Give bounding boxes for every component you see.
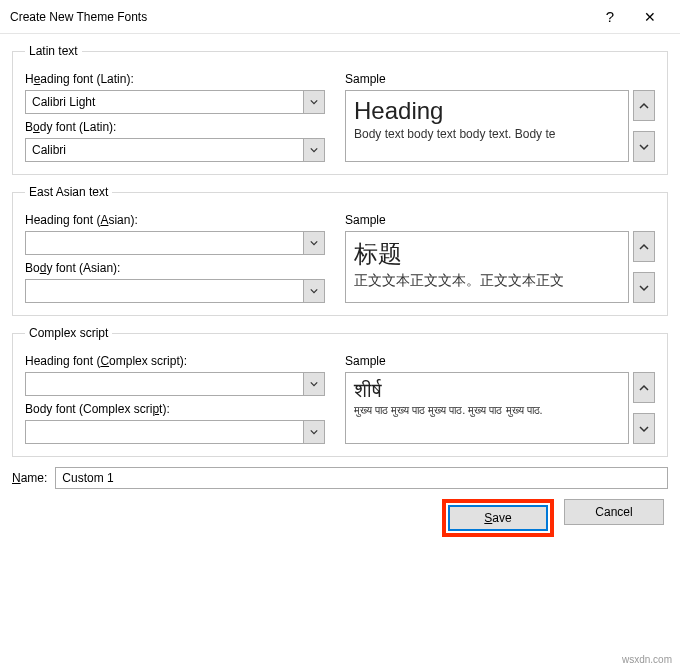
group-latin-legend: Latin text [25,44,82,58]
spin-up-button[interactable] [633,90,655,121]
group-latin: Latin text Heading font (Latin): Body fo… [12,44,668,175]
chevron-down-icon[interactable] [303,231,325,255]
help-button[interactable]: ? [590,8,630,25]
heading-font-complex-combo[interactable] [25,372,325,396]
group-complex-legend: Complex script [25,326,112,340]
group-asian: East Asian text Heading font (Asian): Bo… [12,185,668,316]
spin-down-button[interactable] [633,272,655,303]
chevron-down-icon[interactable] [303,138,325,162]
watermark: wsxdn.com [622,654,672,665]
save-button[interactable]: Save [448,505,548,531]
spin-up-button[interactable] [633,231,655,262]
sample-complex-body: मुख्य पाठ मुख्य पाठ मुख्य पाठ. मुख्य पाठ… [354,404,620,417]
sample-asian-heading: 标题 [354,238,620,270]
heading-font-complex-label: Heading font (Complex script): [25,354,325,368]
sample-latin-heading: Heading [354,97,620,125]
heading-font-complex-input[interactable] [25,372,303,396]
chevron-down-icon[interactable] [303,279,325,303]
sample-latin-box: Heading Body text body text body text. B… [345,90,629,162]
heading-font-asian-input[interactable] [25,231,303,255]
body-font-complex-combo[interactable] [25,420,325,444]
sample-asian-body: 正文文本正文文本。正文文本正文 [354,272,620,290]
body-font-latin-combo[interactable] [25,138,325,162]
sample-complex-label: Sample [345,354,655,368]
sample-asian-label: Sample [345,213,655,227]
heading-font-asian-label: Heading font (Asian): [25,213,325,227]
chevron-down-icon[interactable] [303,90,325,114]
sample-latin-body: Body text body text body text. Body te [354,127,620,141]
sample-complex-heading: शीर्ष [354,379,620,402]
name-row: Name: [12,467,668,489]
dialog-title: Create New Theme Fonts [10,10,590,24]
save-highlight: Save [442,499,554,537]
body-font-complex-input[interactable] [25,420,303,444]
heading-font-latin-input[interactable] [25,90,303,114]
heading-font-latin-label: Heading font (Latin): [25,72,325,86]
body-font-asian-combo[interactable] [25,279,325,303]
titlebar: Create New Theme Fonts ? ✕ [0,0,680,34]
chevron-down-icon[interactable] [303,372,325,396]
heading-font-latin-combo[interactable] [25,90,325,114]
sample-asian-box: 标题 正文文本正文文本。正文文本正文 [345,231,629,303]
heading-font-asian-combo[interactable] [25,231,325,255]
body-font-asian-label: Body font (Asian): [25,261,325,275]
body-font-latin-input[interactable] [25,138,303,162]
close-button[interactable]: ✕ [630,9,670,25]
button-row: Save Cancel [12,499,668,537]
chevron-down-icon[interactable] [303,420,325,444]
name-input[interactable] [55,467,668,489]
dialog-content: Latin text Heading font (Latin): Body fo… [0,34,680,545]
spin-down-button[interactable] [633,413,655,444]
body-font-latin-label: Body font (Latin): [25,120,325,134]
body-font-complex-label: Body font (Complex script): [25,402,325,416]
name-label: Name: [12,471,47,485]
spin-up-button[interactable] [633,372,655,403]
group-asian-legend: East Asian text [25,185,112,199]
sample-complex-box: शीर्ष मुख्य पाठ मुख्य पाठ मुख्य पाठ. मुख… [345,372,629,444]
group-complex: Complex script Heading font (Complex scr… [12,326,668,457]
sample-latin-label: Sample [345,72,655,86]
cancel-button[interactable]: Cancel [564,499,664,525]
spin-down-button[interactable] [633,131,655,162]
body-font-asian-input[interactable] [25,279,303,303]
